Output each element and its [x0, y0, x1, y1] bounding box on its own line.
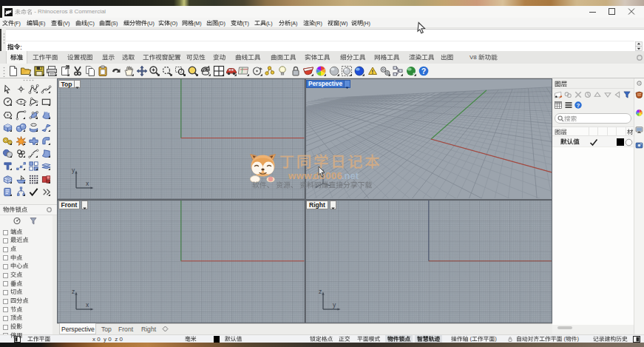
- svg-text:- Rhinoceros 8 Commercial: - Rhinoceros 8 Commercial: [33, 8, 106, 15]
- svg-text:z: z: [319, 288, 322, 295]
- svg-text::: :: [20, 44, 21, 51]
- svg-text:.net: .net: [342, 170, 359, 181]
- svg-text:(: (: [468, 335, 472, 342]
- svg-text:(O): (O): [170, 21, 177, 27]
- svg-text:www.: www.: [288, 170, 315, 181]
- svg-text:(W): (W): [339, 21, 348, 27]
- svg-text:(M): (M): [194, 21, 202, 27]
- svg-text:(E): (E): [38, 21, 45, 27]
- svg-text:(D): (D): [218, 21, 226, 27]
- svg-text:): ): [495, 335, 497, 342]
- svg-text:(F): (F): [14, 21, 21, 27]
- svg-text:(C): (C): [87, 21, 95, 27]
- svg-text:): ): [577, 335, 580, 342]
- svg-text:(R): (R): [315, 21, 322, 27]
- svg-text:(H): (H): [363, 21, 370, 27]
- svg-text:(V): (V): [63, 21, 70, 27]
- svg-text:(T): (T): [243, 21, 249, 27]
- svg-text:y: y: [72, 166, 75, 174]
- svg-text:x: x: [86, 180, 89, 187]
- svg-text:?: ?: [577, 102, 580, 109]
- svg-text:(U): (U): [147, 21, 155, 27]
- svg-text:y: y: [333, 301, 336, 309]
- svg-text:(A): (A): [291, 21, 297, 27]
- svg-text:?: ?: [421, 67, 426, 75]
- svg-text:z: z: [72, 288, 75, 295]
- svg-text:(: (: [562, 335, 566, 342]
- svg-text:V8: V8: [470, 54, 478, 61]
- svg-text:(L): (L): [266, 21, 273, 27]
- svg-text:x: x: [86, 301, 89, 309]
- svg-text:(S): (S): [111, 21, 118, 27]
